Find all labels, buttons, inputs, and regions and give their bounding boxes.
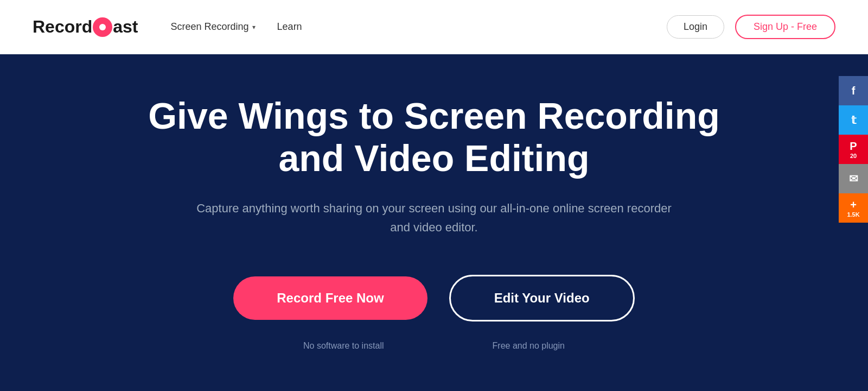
signup-button[interactable]: Sign Up - Free <box>735 15 835 39</box>
logo-icon <box>93 17 112 37</box>
hero-subtitle: Capture anything worth sharing on your s… <box>190 199 678 237</box>
nav-screen-recording[interactable]: Screen Recording ▾ <box>171 21 256 33</box>
facebook-share-button[interactable]: f <box>839 76 868 105</box>
edit-sub-label: Free and no plugin <box>493 341 565 351</box>
pinterest-share-button[interactable]: P 20 <box>839 135 868 164</box>
navbar: Record ast Screen Recording ▾ Learn Logi… <box>0 0 868 54</box>
email-icon: ✉ <box>849 172 858 185</box>
record-free-now-button[interactable]: Record Free Now <box>233 276 427 320</box>
share-count: 1.5K <box>847 211 859 218</box>
hero-section: Give Wings to Screen Recording and Video… <box>0 54 868 391</box>
edit-your-video-button[interactable]: Edit Your Video <box>449 275 635 321</box>
chevron-down-icon: ▾ <box>252 23 256 31</box>
login-button[interactable]: Login <box>667 15 724 39</box>
share-button[interactable]: + 1.5K <box>839 193 868 223</box>
logo-text-record: Record <box>33 17 92 37</box>
hero-title: Give Wings to Screen Recording and Video… <box>148 94 720 179</box>
social-sidebar: f 𝕥 P 20 ✉ + 1.5K <box>839 76 868 223</box>
logo[interactable]: Record ast <box>33 17 138 37</box>
nav-actions: Login Sign Up - Free <box>667 15 835 39</box>
pinterest-count: 20 <box>850 153 857 159</box>
pinterest-icon: P <box>850 140 857 153</box>
nav-learn[interactable]: Learn <box>277 21 302 33</box>
record-sub-label: No software to install <box>303 341 384 351</box>
hero-sub-labels: No software to install Free and no plugi… <box>303 341 565 351</box>
hero-buttons: Record Free Now Edit Your Video <box>233 275 634 321</box>
logo-text-cast: ast <box>113 17 138 37</box>
email-share-button[interactable]: ✉ <box>839 164 868 193</box>
facebook-icon: f <box>852 85 856 97</box>
nav-links: Screen Recording ▾ Learn <box>171 21 667 33</box>
twitter-share-button[interactable]: 𝕥 <box>839 105 868 135</box>
twitter-icon: 𝕥 <box>851 113 856 127</box>
share-icon: + <box>850 199 857 211</box>
